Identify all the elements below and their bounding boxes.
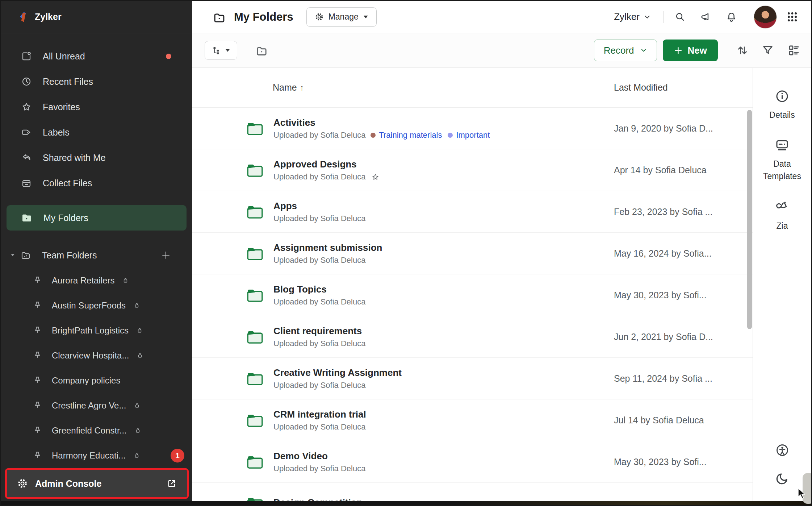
sidebar-team-folder[interactable]: Company policies <box>1 368 192 393</box>
record-label: Record <box>604 45 634 56</box>
unread-icon <box>21 51 32 62</box>
user-avatar[interactable] <box>754 5 777 29</box>
folder-icon <box>247 455 263 469</box>
uploaded-by-text: Uploaded by Sofia Deluca <box>273 214 365 223</box>
last-modified-text: Jan 9, 2020 by Sofia D... <box>614 123 753 134</box>
accessibility-icon[interactable] <box>775 443 790 457</box>
sidebar-team-folder[interactable]: Harmony Educati... 1 <box>1 443 192 468</box>
main-area: My Folders Manage Zylker <box>192 1 811 501</box>
panel-item-details[interactable]: Details <box>769 89 795 121</box>
sidebar-item-shared-with-me[interactable]: Shared with Me <box>1 145 192 170</box>
folder-name[interactable]: Activities <box>273 117 490 128</box>
new-folder-icon[interactable] <box>255 45 268 56</box>
add-team-folder-button[interactable] <box>160 250 171 261</box>
table-row[interactable]: Blog Topics Uploaded by Sofia Deluca May… <box>192 274 753 316</box>
panel-item-data-templates[interactable]: Data Templates <box>755 138 809 182</box>
notifications-bell-icon[interactable] <box>726 11 737 22</box>
favorite-star-icon[interactable] <box>371 173 380 181</box>
header-divider <box>663 11 664 23</box>
file-tag[interactable]: Training materials <box>371 130 442 140</box>
table-row[interactable]: Assignment submission Uploaded by Sofia … <box>192 233 753 274</box>
uploaded-by-text: Uploaded by Sofia Deluca <box>273 381 365 390</box>
sidebar-item-recent-files[interactable]: Recent Files <box>1 69 192 94</box>
pin-icon <box>33 451 42 460</box>
panel-item-zia[interactable]: Zia <box>775 200 790 232</box>
sidebar-team-folder[interactable]: Aurora Retailers <box>1 268 192 293</box>
tree-view-icon <box>212 46 222 55</box>
sidebar-item-label: Collect Files <box>43 178 92 188</box>
dropdown-caret-icon <box>225 49 230 52</box>
folder-name[interactable]: Design Competition <box>273 497 363 501</box>
list-scrollbar[interactable] <box>747 110 752 329</box>
table-row[interactable]: Client requirements Uploaded by Sofia De… <box>192 316 753 358</box>
table-row[interactable]: Activities Uploaded by Sofia Deluca Trai… <box>192 108 753 149</box>
sidebar-item-label: All Unread <box>43 51 85 62</box>
sidebar-item-collect-files[interactable]: Collect Files <box>1 170 192 196</box>
table-row[interactable]: Design Competition <box>192 483 753 501</box>
column-header-name[interactable]: Name↑ <box>192 82 614 93</box>
collapse-caret-icon[interactable] <box>10 253 15 258</box>
folder-name[interactable]: Blog Topics <box>273 283 365 295</box>
folder-name[interactable]: Assignment submission <box>273 242 382 253</box>
sort-icon[interactable] <box>736 44 749 57</box>
org-switcher[interactable]: Zylker <box>614 11 651 22</box>
tag-icon <box>21 127 32 138</box>
brand-logo[interactable]: Zylker <box>1 1 192 33</box>
uploaded-by-text: Uploaded by Sofia Deluca <box>273 422 365 432</box>
lock-icon <box>136 327 143 334</box>
table-row[interactable]: Approved Designs Uploaded by Sofia Deluc… <box>192 149 753 191</box>
folder-name[interactable]: Creative Writing Assignment <box>273 367 402 378</box>
sidebar-item-my-folders[interactable]: My Folders <box>7 205 187 231</box>
table-header: Name↑ Last Modified <box>192 68 753 108</box>
lock-icon <box>134 427 142 434</box>
file-tags: Training materialsImportant <box>371 130 490 140</box>
folder-name[interactable]: Client requirements <box>273 325 365 337</box>
pin-icon <box>33 376 42 385</box>
folder-name[interactable]: Approved Designs <box>273 158 380 170</box>
clock-icon <box>21 76 32 87</box>
sidebar-team-folder[interactable]: BrightPath Logistics <box>1 318 192 343</box>
brand-name: Zylker <box>35 12 62 22</box>
sidebar-item-all-unread[interactable]: All Unread <box>1 43 192 69</box>
sidebar-team-folder[interactable]: Clearview Hospita... <box>1 343 192 368</box>
table-row[interactable]: Apps Uploaded by Sofia Deluca Feb 23, 20… <box>192 191 753 233</box>
sidebar-team-folder[interactable]: Greenfield Constr... <box>1 418 192 443</box>
search-icon[interactable] <box>674 11 686 22</box>
sidebar-item-favorites[interactable]: Favorites <box>1 94 192 120</box>
new-button[interactable]: New <box>663 40 718 61</box>
sidebar-item-admin-console[interactable]: Admin Console <box>7 470 187 497</box>
folder-name[interactable]: Apps <box>273 200 365 212</box>
sidebar-item-labels[interactable]: Labels <box>1 120 192 145</box>
filter-icon[interactable] <box>761 44 774 57</box>
external-link-icon <box>167 478 177 489</box>
sidebar-team-folder[interactable]: Crestline Agro Ve... <box>1 393 192 418</box>
table-row[interactable]: CRM integration trial Uploaded by Sofia … <box>192 399 753 441</box>
pin-icon <box>33 300 42 310</box>
sidebar-item-team-folders[interactable]: Team Folders <box>1 242 192 268</box>
gear-icon <box>17 478 28 489</box>
list-view-icon[interactable] <box>787 44 800 57</box>
folder-icon <box>247 329 263 344</box>
table-row[interactable]: Demo Video Uploaded by Sofia Deluca May … <box>192 441 753 483</box>
last-modified-text: May 30, 2023 by Sofi... <box>614 457 753 467</box>
dropdown-caret-icon <box>363 15 368 19</box>
team-folder-label: Aurora Retailers <box>52 275 114 286</box>
folder-name[interactable]: CRM integration trial <box>273 408 366 420</box>
file-tag[interactable]: Important <box>448 130 490 140</box>
last-modified-text: Sep 11, 2024 by Sofia ... <box>614 373 753 384</box>
sidebar-team-folder[interactable]: Austin SuperFoods <box>1 293 192 318</box>
folder-name[interactable]: Demo Video <box>273 450 365 462</box>
view-hierarchy-button[interactable] <box>205 41 237 60</box>
record-button[interactable]: Record <box>594 40 657 61</box>
sidebar-item-label: Shared with Me <box>43 153 106 163</box>
announcement-icon[interactable] <box>700 11 711 22</box>
shared-arrow-icon <box>21 152 32 163</box>
sidebar-nav: All Unread Recent Files Favorites <box>1 43 192 196</box>
team-folder-label: Crestline Agro Ve... <box>52 401 126 411</box>
dark-mode-moon-icon[interactable] <box>775 471 790 486</box>
manage-button[interactable]: Manage <box>306 7 377 27</box>
apps-grid-icon[interactable] <box>786 11 798 23</box>
uploaded-by-text: Uploaded by Sofia Deluca <box>273 297 365 307</box>
column-header-last-modified[interactable]: Last Modified <box>614 82 753 93</box>
table-row[interactable]: Creative Writing Assignment Uploaded by … <box>192 358 753 399</box>
